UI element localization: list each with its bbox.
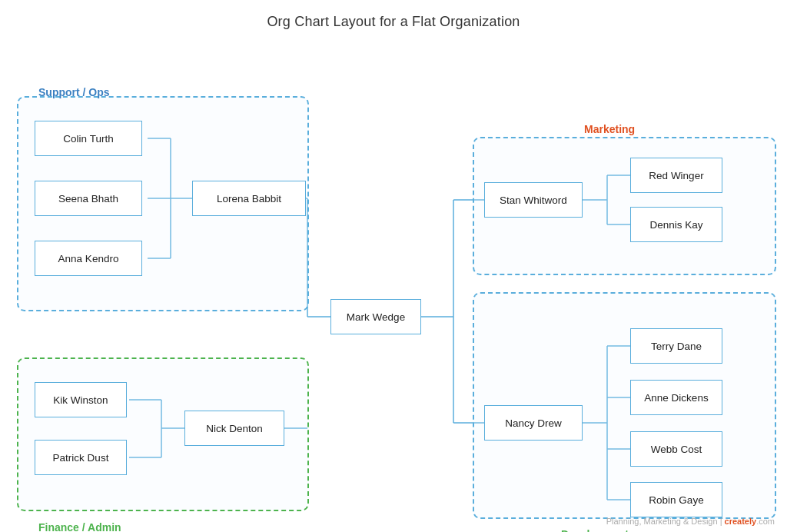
nick-denton-node: Nick Denton [184,411,284,446]
anne-dickens-node: Anne Dickens [630,380,722,415]
mark-wedge-node: Mark Wedge [330,299,421,334]
dennis-kay-node: Dennis Kay [630,207,722,242]
kik-winston-node: Kik Winston [35,382,127,417]
terry-dane-node: Terry Dane [630,328,722,364]
chart-area: Support / Ops Finance / Admin Marketing … [0,46,787,523]
development-label: Development [561,528,629,532]
finance-admin-label: Finance / Admin [38,521,121,532]
webb-cost-node: Webb Cost [630,431,722,467]
robin-gaye-node: Robin Gaye [630,482,722,517]
stan-whitword-node: Stan Whitword [484,182,583,218]
patrick-dust-node: Patrick Dust [35,440,127,475]
support-ops-label: Support / Ops [38,86,110,98]
anna-kendro-node: Anna Kendro [35,241,142,276]
page-title: Org Chart Layout for a Flat Organization [0,0,787,30]
lorena-babbit-node: Lorena Babbit [192,181,306,216]
marketing-label: Marketing [584,123,635,135]
colin-turth-node: Colin Turth [35,121,142,156]
watermark: Planning, Marketing & Design | creately.… [606,517,775,526]
seena-bhath-node: Seena Bhath [35,181,142,216]
nancy-drew-node: Nancy Drew [484,405,583,441]
red-winger-node: Red Winger [630,158,722,193]
